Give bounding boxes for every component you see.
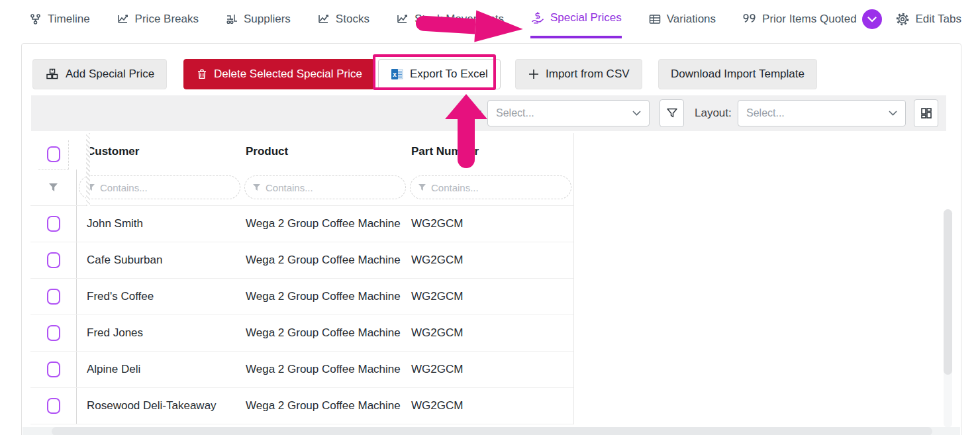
more-tabs-button[interactable] (862, 9, 882, 29)
column-resize-hatch (86, 133, 90, 206)
tab-bar-right-controls: Edit Tabs (862, 0, 961, 38)
filter-row-indicator-cell (30, 169, 77, 205)
special-prices-grid: Customer Product Part Number (30, 133, 574, 424)
import-from-csv-label: Import from CSV (546, 68, 630, 81)
tab-label: Special Prices (550, 11, 622, 24)
customer-filter-cell (77, 169, 236, 205)
apply-filter-button[interactable] (660, 99, 684, 127)
row-checkbox[interactable] (47, 252, 60, 268)
toolbar: Add Special Price Delete Selected Specia… (22, 59, 961, 89)
tab-stock-movements[interactable]: Stock Movements (396, 0, 504, 38)
funnel-icon (253, 184, 260, 191)
cell-product: Wega 2 Group Coffee Machine (236, 326, 401, 340)
cell-product: Wega 2 Group Coffee Machine (236, 399, 401, 412)
column-header-product[interactable]: Product (236, 145, 401, 158)
layout-select-value: Select... (746, 107, 785, 119)
part-number-filter (410, 175, 571, 199)
delete-selected-special-price-button[interactable]: Delete Selected Special Price (183, 59, 375, 89)
tab-price-breaks[interactable]: Price Breaks (117, 0, 199, 38)
cell-product: Wega 2 Group Coffee Machine (236, 254, 401, 267)
layout-label: Layout: (695, 95, 732, 131)
line-chart-icon (396, 13, 409, 25)
select-all-checkbox[interactable] (47, 146, 60, 162)
cell-customer: Cafe Suburban (77, 254, 236, 267)
table-row[interactable]: John Smith Wega 2 Group Coffee Machine W… (30, 206, 573, 242)
table-row[interactable]: Fred's Coffee Wega 2 Group Coffee Machin… (30, 279, 573, 315)
funnel-icon (665, 107, 679, 120)
cell-part-number: WG2GCM (401, 217, 565, 230)
table-row[interactable]: Fred Jones Wega 2 Group Coffee Machine W… (30, 315, 573, 352)
cell-customer: John Smith (77, 217, 236, 230)
column-header-part-number[interactable]: Part Number (401, 145, 565, 158)
cell-part-number: WG2GCM (401, 254, 565, 267)
tab-label: Suppliers (244, 13, 291, 26)
tab-label: Stocks (336, 13, 369, 26)
forklift-icon (225, 13, 238, 25)
part-number-filter-cell (401, 169, 565, 205)
horizontal-scrollbar-track[interactable] (23, 427, 960, 435)
column-header-customer[interactable]: Customer (77, 145, 236, 158)
tab-special-prices[interactable]: Special Prices (530, 0, 622, 38)
cell-part-number: WG2GCM (401, 363, 565, 376)
cell-customer: Rosewood Deli-Takeaway (77, 399, 236, 412)
gear-icon (895, 12, 910, 26)
cell-customer: Fred Jones (77, 326, 236, 340)
excel-icon: x (391, 68, 404, 81)
boxes-icon (45, 68, 60, 81)
row-checkbox[interactable] (47, 289, 60, 305)
cell-customer: Fred's Coffee (77, 290, 236, 303)
chevron-down-icon (632, 111, 641, 116)
layout-select[interactable]: Select... (738, 100, 906, 126)
tab-suppliers[interactable]: Suppliers (225, 0, 291, 38)
timeline-icon (30, 13, 42, 25)
row-checkbox[interactable] (47, 325, 60, 341)
product-filter-cell (236, 169, 401, 205)
vertical-scrollbar-thumb[interactable] (944, 209, 952, 375)
add-special-price-label: Add Special Price (66, 68, 154, 81)
svg-text:x: x (393, 71, 397, 78)
chevron-down-icon (889, 111, 897, 116)
delete-selected-special-price-label: Delete Selected Special Price (214, 68, 362, 81)
cell-product: Wega 2 Group Coffee Machine (236, 290, 401, 303)
product-filter (244, 175, 406, 199)
edit-tabs-button[interactable]: Edit Tabs (895, 12, 961, 26)
tab-timeline[interactable]: Timeline (30, 0, 90, 38)
layout-grid-icon (920, 107, 933, 120)
header-checkbox-cell (30, 133, 77, 169)
cell-customer: Alpine Deli (77, 363, 236, 376)
part-number-filter-input[interactable] (431, 182, 563, 193)
hand-dollar-icon (530, 11, 545, 24)
export-to-excel-label: Export To Excel (410, 68, 488, 81)
download-import-template-button[interactable]: Download Import Template (658, 59, 817, 89)
filter-select-value: Select... (496, 107, 534, 119)
quotes-icon (742, 13, 757, 25)
product-filter-input[interactable] (266, 182, 397, 193)
header-checkbox-cell-border (38, 140, 69, 169)
line-chart-icon (317, 13, 330, 25)
layout-grid-button[interactable] (914, 99, 938, 127)
row-checkbox[interactable] (47, 216, 60, 232)
edit-tabs-label: Edit Tabs (915, 13, 961, 26)
customer-filter (79, 175, 240, 199)
row-checkbox[interactable] (47, 362, 60, 377)
funnel-icon (49, 183, 58, 191)
tab-prior-items-quoted[interactable]: Prior Items Quoted (742, 0, 857, 38)
export-to-excel-button[interactable]: x Export To Excel (378, 59, 501, 89)
table-row[interactable]: Alpine Deli Wega 2 Group Coffee Machine … (30, 352, 573, 388)
download-import-template-label: Download Import Template (671, 68, 805, 81)
tab-label: Timeline (48, 13, 90, 26)
add-special-price-button[interactable]: Add Special Price (32, 59, 167, 89)
trash-icon (196, 68, 208, 80)
cell-part-number: WG2GCM (401, 290, 565, 303)
grid-filter-row (30, 169, 573, 206)
table-row[interactable]: Rosewood Deli-Takeaway Wega 2 Group Coff… (30, 388, 573, 424)
import-from-csv-button[interactable]: Import from CSV (515, 59, 642, 89)
tab-stocks[interactable]: Stocks (317, 0, 369, 38)
tab-bar: Timeline Price Breaks Suppliers Stocks S… (0, 0, 980, 38)
horizontal-scrollbar-thumb[interactable] (52, 427, 932, 435)
row-checkbox[interactable] (47, 398, 60, 414)
filter-select[interactable]: Select... (487, 100, 650, 126)
customer-filter-input[interactable] (100, 182, 232, 193)
tab-variations[interactable]: Variations (648, 0, 716, 38)
table-row[interactable]: Cafe Suburban Wega 2 Group Coffee Machin… (30, 242, 573, 279)
